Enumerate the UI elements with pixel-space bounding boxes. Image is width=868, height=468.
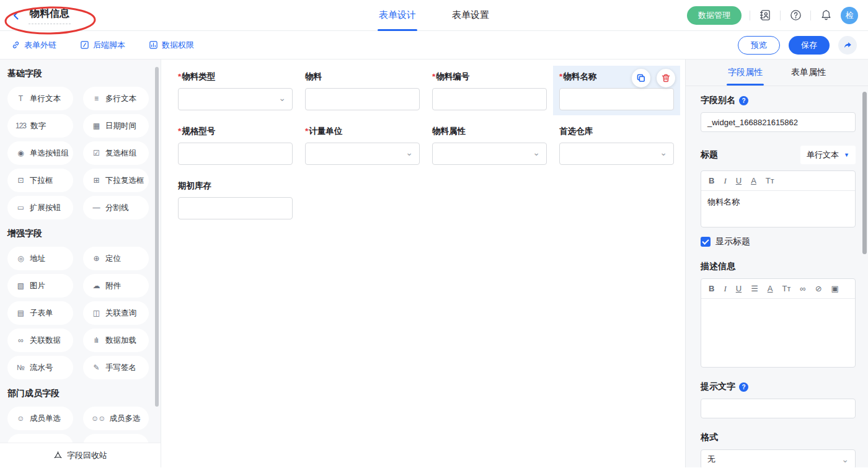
notification-button[interactable] (819, 9, 833, 22)
editor-tool-font-color[interactable]: A (768, 285, 773, 293)
field-recycle-bin[interactable]: 字段回收站 (0, 443, 161, 467)
form-external-link[interactable]: 表单外链 (11, 40, 56, 51)
canvas-field-select[interactable]: ⌄ (178, 88, 293, 110)
title-editor-toolbar: BIUATᴛ (701, 171, 855, 191)
editor-tool-italic[interactable]: I (724, 285, 726, 293)
canvas-field-input[interactable] (178, 143, 293, 165)
editor-tool-unlink[interactable]: ⊘ (815, 285, 822, 293)
hint-help-icon[interactable]: ? (739, 382, 748, 392)
delete-field-button[interactable] (657, 69, 675, 87)
field-item-image[interactable]: ▧图片 (7, 274, 73, 298)
canvas-field-material-code[interactable]: *物料编号 (426, 66, 553, 115)
editor-tool-underline[interactable]: U (736, 177, 742, 185)
avatar[interactable]: 检 (841, 7, 858, 24)
format-select[interactable]: 无 ⌄ (701, 449, 856, 467)
tab-form-settings[interactable]: 表单设置 (452, 0, 489, 31)
caret-down-icon: ▼ (844, 152, 849, 158)
canvas-field-spec-model[interactable]: *规格型号 (172, 120, 299, 170)
description-editor-content[interactable] (701, 299, 855, 367)
canvas-field-material-type[interactable]: *物料类型⌄ (172, 66, 299, 115)
title-editor-content[interactable]: 物料名称 (701, 191, 855, 227)
canvas-field-select[interactable]: ⌄ (559, 143, 674, 165)
sidebar-section: 基础字段T单行文本≡多行文本123数字▦日期时间◉单选按钮组☑复选框组⊡下拉框⊞… (7, 68, 161, 219)
field-item-number[interactable]: 123数字 (7, 114, 73, 138)
canvas-field-input[interactable] (305, 88, 420, 110)
editor-tool-align[interactable]: ☰ (751, 285, 758, 293)
field-item-linked-query[interactable]: ◫关联查询 (83, 301, 149, 325)
tab-form-props[interactable]: 表单属性 (791, 60, 826, 86)
field-alias-help-icon[interactable]: ? (739, 96, 748, 105)
canvas-field-input[interactable] (559, 88, 674, 110)
canvas-field-measure-unit[interactable]: *计量单位⌄ (299, 120, 426, 170)
canvas-field-preferred-warehouse[interactable]: 首选仓库⌄ (553, 120, 680, 170)
editor-tool-underline[interactable]: U (736, 285, 742, 293)
field-item-member-single[interactable]: ☺成员单选 (7, 407, 73, 430)
editor-tool-bold[interactable]: B (709, 285, 714, 293)
field-alias-input[interactable]: _widget_1668821615862 (701, 112, 856, 132)
canvas-field-material-attr[interactable]: 物料属性⌄ (426, 120, 553, 170)
field-item-extend-button[interactable]: ▭扩展按钮 (7, 196, 73, 219)
field-item-member-multi[interactable]: ☺☺成员多选 (83, 407, 149, 430)
field-item-radio-group[interactable]: ◉单选按钮组 (7, 141, 73, 165)
field-item-checkbox-group[interactable]: ☑复选框组 (83, 141, 149, 165)
preview-button[interactable]: 预览 (738, 36, 780, 55)
canvas-field-opening-stock[interactable]: 期初库存 (172, 175, 299, 224)
canvas-field-select[interactable]: ⌄ (305, 143, 420, 165)
copy-field-button[interactable] (632, 69, 650, 87)
data-permission-link[interactable]: 数据权限 (149, 40, 194, 51)
editor-tool-italic[interactable]: I (724, 177, 726, 185)
panel-scrollbar[interactable] (862, 92, 867, 254)
show-title-label: 显示标题 (715, 236, 750, 247)
editor-tool-image[interactable]: ▣ (831, 285, 839, 293)
field-item-data-load[interactable]: ılı数据加载 (83, 329, 149, 352)
field-type-select[interactable]: 单行文本 ▼ (800, 146, 856, 164)
tab-field-props[interactable]: 字段属性 (728, 60, 763, 86)
sidebar-scrollbar[interactable] (155, 67, 159, 407)
editor-tool-link[interactable]: ∞ (800, 285, 805, 293)
page-title: 物料信息 (29, 6, 71, 24)
canvas-field-select[interactable]: ⌄ (432, 143, 547, 165)
show-title-checkbox[interactable] (701, 237, 711, 247)
share-arrow-icon (843, 40, 852, 50)
editor-tool-font-color[interactable]: A (751, 177, 756, 185)
save-button[interactable]: 保存 (789, 36, 830, 55)
field-item-dropdown-multi[interactable]: ⊞下拉复选框 (83, 169, 149, 192)
field-item-single-line-text[interactable]: T单行文本 (7, 87, 73, 110)
canvas-field-material-name[interactable]: *物料名称 (553, 66, 680, 115)
editor-tool-font-size[interactable]: Tᴛ (766, 177, 774, 185)
field-item-dropdown[interactable]: ⊡下拉框 (7, 169, 73, 192)
field-item-subform[interactable]: ▤子表单 (7, 301, 73, 325)
canvas-field-input[interactable] (432, 88, 547, 110)
back-button[interactable] (10, 9, 22, 22)
field-item-label: 下拉框 (30, 175, 53, 186)
chevron-down-icon: ⌄ (660, 148, 667, 157)
canvas-field-label-text: 规格型号 (182, 126, 215, 136)
script-icon (80, 40, 89, 50)
contacts-button[interactable] (758, 9, 772, 22)
form-canvas: *物料类型⌄物料*物料编号*物料名称 *规格型号*计量单位⌄物料属性⌄首选仓库⌄… (161, 60, 685, 467)
editor-tool-bold[interactable]: B (709, 177, 714, 185)
field-item-signature[interactable]: ✎手写签名 (83, 356, 149, 379)
canvas-field-material[interactable]: 物料 (299, 66, 426, 115)
data-manage-button[interactable]: 数据管理 (687, 6, 742, 25)
field-item-datetime[interactable]: ▦日期时间 (83, 114, 149, 138)
help-button[interactable] (789, 9, 802, 22)
editor-tool-font-size[interactable]: Tᴛ (782, 285, 790, 293)
hint-input[interactable] (701, 399, 856, 418)
share-button[interactable] (838, 36, 857, 55)
canvas-field-label-text: 物料 (305, 72, 322, 81)
backend-script-link[interactable]: 后端脚本 (80, 40, 125, 51)
field-library-sidebar: 基础字段T单行文本≡多行文本123数字▦日期时间◉单选按钮组☑复选框组⊡下拉框⊞… (0, 60, 161, 467)
field-item-location[interactable]: ⊕定位 (83, 247, 149, 270)
canvas-field-input[interactable] (178, 197, 293, 219)
field-item-attachment[interactable]: ☁附件 (83, 274, 149, 298)
field-item-label: 手写签名 (105, 363, 136, 373)
sidebar-sections: 基础字段T单行文本≡多行文本123数字▦日期时间◉单选按钮组☑复选框组⊡下拉框⊞… (7, 68, 161, 457)
field-item-linked-data[interactable]: ∞关联数据 (7, 329, 73, 352)
field-item-multi-line-text[interactable]: ≡多行文本 (83, 87, 149, 110)
field-item-divider[interactable]: —分割线 (83, 196, 149, 219)
field-item-address[interactable]: ◎地址 (7, 247, 73, 270)
canvas-field-label-text: 计量单位 (309, 126, 342, 136)
tab-form-design[interactable]: 表单设计 (379, 0, 416, 31)
field-item-serial-number[interactable]: №流水号 (7, 356, 73, 379)
